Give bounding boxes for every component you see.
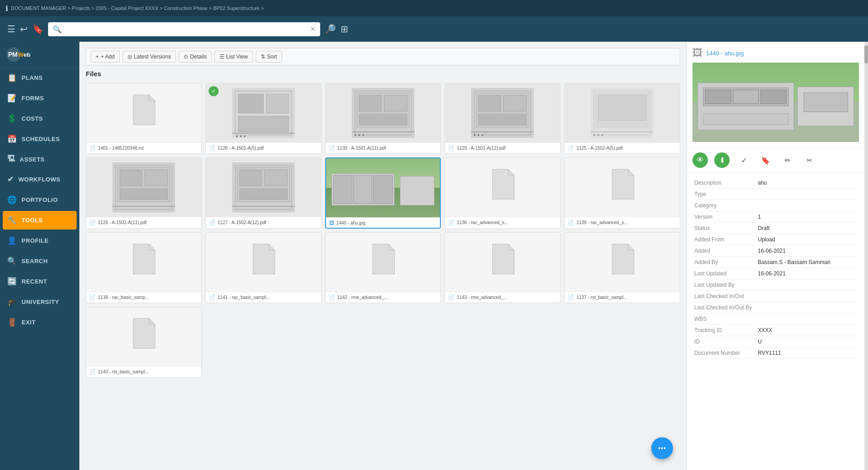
file-thumbnail: ▲ ▲ ▲ — [326, 83, 441, 142]
meta-row-last-checked-by: Last Checked In/Out By — [694, 302, 857, 313]
list-item[interactable]: ▲ ▲ ▲ 📄 1129 - A-1501-A(12).pdf — [444, 83, 561, 154]
file-name: 1141 - rac_basic_sampl... — [218, 295, 270, 300]
list-item[interactable]: 📄 1143 - rme_advanced_... — [444, 232, 561, 303]
file-type-icon: 📄 — [209, 145, 215, 151]
more-button[interactable]: ✂ — [801, 152, 817, 168]
sidebar-item-portfolio[interactable]: 🌐 PORTFOLIO — [0, 190, 79, 210]
latest-versions-button[interactable]: ◎ Latest Versions — [122, 51, 176, 63]
file-thumbnail — [326, 158, 440, 217]
list-item[interactable]: 📄 1127 - A-1502-A(12).pdf — [205, 157, 322, 229]
add-icon: + — [96, 54, 99, 60]
sidebar-item-schedules[interactable]: 📅 SCHEDULES — [0, 129, 79, 149]
svg-rect-15 — [384, 95, 407, 111]
info-icon[interactable]: ℹ — [5, 4, 8, 13]
list-item[interactable]: 📄 1126 - A-1502-A(11).pdf — [86, 157, 202, 229]
blank-file-icon — [610, 168, 635, 206]
edit-button[interactable]: ✏ — [780, 152, 795, 168]
sidebar-item-plans[interactable]: 📋 PLANS — [0, 68, 79, 88]
filter-settings-icon[interactable]: ⊞ — [341, 24, 348, 34]
add-button[interactable]: + + Add — [91, 51, 120, 63]
sidebar-item-profile[interactable]: 👤 PROFILE — [0, 230, 79, 251]
meta-label: Last Checked In/Out By — [694, 304, 758, 311]
meta-label: Tracking ID — [694, 327, 758, 333]
search-input[interactable] — [65, 25, 307, 33]
scrollbar-track[interactable] — [864, 42, 868, 470]
list-item[interactable]: ▲ ▲ ▲ ✓ 📄 1128 - A-1501-A(5).pdf — [205, 83, 322, 154]
view-button[interactable]: 👁 — [692, 152, 708, 168]
meta-row-category: Category — [694, 200, 857, 211]
file-footer: 📄 1130 - A-1501-A(11).pdf — [326, 142, 441, 153]
blueprint-thumb — [86, 158, 201, 217]
back-icon[interactable]: ↩ — [20, 24, 28, 34]
svg-text:▲ ▲ ▲: ▲ ▲ ▲ — [593, 133, 604, 136]
detail-image-title[interactable]: 1440 - ahu.jpg — [706, 50, 744, 57]
svg-text:eb: eb — [24, 51, 30, 58]
meta-row-status: Status Draft — [694, 223, 857, 234]
list-item[interactable]: 📄 1138 - rac_basic_samp... — [86, 232, 202, 303]
file-type-icon: 📄 — [448, 294, 454, 300]
exit-icon: 🚪 — [7, 318, 17, 327]
hamburger-icon[interactable]: ☰ — [7, 24, 15, 34]
file-name: 1127 - A-1502-A(12).pdf — [218, 220, 266, 225]
sidebar-item-exit-label: EXIT — [22, 319, 36, 326]
bookmark-detail-button[interactable]: 🔖 — [758, 152, 773, 168]
topbar: ℹ DOCUMENT MANAGER > Projects > 2005 - C… — [0, 0, 868, 16]
sidebar-item-exit[interactable]: 🚪 EXIT — [0, 312, 79, 333]
content-area: + + Add ◎ Latest Versions ⊙ Details ☰ Li… — [79, 42, 868, 470]
list-item[interactable]: 📄 1141 - rac_basic_sampl... — [205, 232, 322, 303]
meta-value: RVY1111 — [758, 350, 781, 356]
sidebar-item-assets[interactable]: 🏗 ASSETS — [0, 149, 79, 169]
list-item[interactable]: ▲ ▲ ▲ 📄 1125 - A-1502-A(5).pdf — [564, 83, 680, 154]
list-item[interactable]: 📄 1136 - rac_advanced_s... — [444, 157, 561, 229]
file-type-icon: 📄 — [448, 145, 454, 151]
file-thumbnail — [86, 83, 201, 142]
file-name: 1136 - rac_advanced_s... — [457, 220, 508, 225]
sidebar: PM W eb 📋 PLANS 📝 FORMS 💲 COSTS 📅 SCHEDU… — [0, 42, 79, 470]
sidebar-item-tools[interactable]: 🔧 TOOLS — [3, 211, 77, 230]
list-item[interactable]: 📄 1401 - 1485220348.rvt — [86, 83, 202, 154]
list-item[interactable]: 📄 1142 - rme_advanced_... — [325, 232, 441, 303]
zoom-search-icon[interactable]: 🔎 — [325, 24, 336, 34]
sidebar-item-forms[interactable]: 📝 FORMS — [0, 88, 79, 108]
breadcrumb: DOCUMENT MANAGER > Projects > 2005 - Cap… — [11, 5, 264, 11]
file-type-icon: 📄 — [89, 294, 96, 300]
file-name: 1140 - rst_basic_sampl... — [98, 369, 149, 374]
meta-label: ID — [694, 338, 758, 345]
list-item[interactable]: ▲ ▲ ▲ 📄 1130 - A-1501-A(11).pdf — [325, 83, 441, 154]
file-footer: 📄 1143 - rme_advanced_... — [445, 292, 560, 303]
sidebar-item-university[interactable]: 🎓 UNIVERSITY — [0, 292, 79, 312]
sort-button[interactable]: ⇅ Sort — [256, 51, 282, 63]
scrollbar-thumb[interactable] — [864, 45, 868, 64]
list-item[interactable]: 📄 1139 - rac_advanced_s... — [564, 157, 680, 229]
download-button[interactable]: ⬇ — [714, 152, 730, 168]
list-view-button[interactable]: ☰ List View — [215, 51, 253, 63]
file-type-icon: 📄 — [209, 220, 215, 225]
file-thumbnail — [206, 158, 321, 217]
file-thumbnail: ▲ ▲ ▲ — [565, 83, 680, 142]
sidebar-item-recent[interactable]: 🔄 RECENT — [0, 271, 79, 292]
list-item[interactable]: 📄 1137 - rst_basic_sampl... — [564, 232, 680, 303]
list-item[interactable]: 📄 1140 - rst_basic_sampl... — [86, 307, 202, 377]
sidebar-item-search[interactable]: 🔍 SEARCH — [0, 251, 79, 271]
blueprint-thumb: ▲ ▲ ▲ — [206, 83, 321, 142]
clear-search-icon[interactable]: ✕ — [310, 25, 316, 33]
searchbar: ☰ ↩ 🔖 🔍 ✕ 🔎 ⊞ — [0, 16, 868, 42]
fab-button[interactable]: ••• — [651, 437, 673, 459]
search-input-wrap: 🔍 ✕ — [48, 22, 320, 36]
sort-icon: ⇅ — [261, 54, 265, 60]
details-button[interactable]: ⊙ Details — [179, 51, 212, 63]
blueprint-svg: ▲ ▲ ▲ — [454, 88, 551, 138]
file-footer: 📄 1401 - 1485220348.rvt — [86, 142, 201, 153]
file-thumbnail — [86, 233, 201, 292]
file-type-icon: 🖼 — [329, 220, 334, 225]
approve-button[interactable]: ✓ — [736, 152, 751, 168]
meta-value: 1 — [758, 214, 761, 220]
bookmark-icon[interactable]: 🔖 — [32, 24, 44, 34]
list-item[interactable]: 🖼 1440 - ahu.jpg — [325, 157, 441, 229]
meta-row-version: Version 1 — [694, 211, 857, 223]
files-title: Files — [86, 70, 680, 78]
meta-value: 16-06-2021 — [758, 270, 785, 277]
sidebar-item-workflows[interactable]: ✔ WORKFLOWS — [0, 169, 79, 190]
sidebar-item-costs[interactable]: 💲 COSTS — [0, 108, 79, 129]
meta-label: Added From — [694, 236, 758, 243]
